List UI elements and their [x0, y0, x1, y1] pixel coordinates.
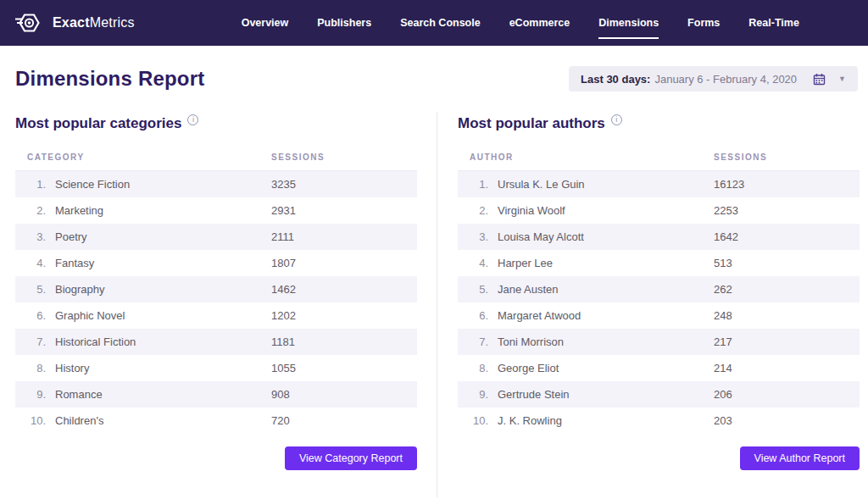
authors-panel-title: Most popular authors	[458, 115, 605, 132]
row-name: Harper Lee	[498, 257, 714, 269]
row-name: Ursula K. Le Guin	[498, 178, 714, 191]
row-rank: 10.	[470, 414, 488, 427]
row-sessions: 2931	[271, 204, 417, 217]
row-rank: 7.	[27, 335, 46, 348]
row-sessions: 2111	[271, 230, 417, 243]
row-rank: 4.	[27, 257, 46, 269]
calendar-icon	[813, 73, 826, 86]
row-sessions: 1807	[271, 257, 417, 269]
row-name: J. K. Rowling	[498, 414, 714, 427]
row-name: Toni Morrison	[498, 335, 714, 348]
row-sessions: 262	[714, 283, 860, 296]
table-row: 9.Romance908	[15, 381, 417, 408]
row-sessions: 203	[714, 414, 860, 427]
date-range-value: January 6 - February 4, 2020	[654, 73, 797, 86]
date-range-label: Last 30 days:	[581, 73, 650, 86]
row-rank: 10.	[27, 414, 46, 427]
row-rank: 8.	[27, 362, 46, 374]
row-rank: 9.	[470, 388, 488, 401]
row-sessions: 1462	[271, 283, 417, 296]
row-sessions: 720	[271, 414, 417, 427]
table-row: 10.J. K. Rowling203	[458, 408, 860, 434]
page-title: Dimensions Report	[15, 67, 204, 91]
row-name: Biography	[55, 283, 271, 296]
nav-item-search-console[interactable]: Search Console	[400, 10, 480, 36]
nav-item-overview[interactable]: Overview	[242, 10, 289, 36]
row-rank: 6.	[27, 309, 46, 322]
nav-item-ecommerce[interactable]: eCommerce	[509, 10, 570, 36]
row-rank: 1.	[470, 178, 488, 191]
nav-item-forms[interactable]: Forms	[687, 10, 720, 36]
row-name: Marketing	[55, 204, 271, 217]
brand-logo[interactable]: ExactMetrics	[14, 8, 135, 38]
table-row: 1.Ursula K. Le Guin16123	[458, 171, 860, 197]
row-rank: 3.	[27, 230, 46, 243]
row-sessions: 908	[271, 388, 417, 401]
row-sessions: 16123	[714, 178, 860, 191]
table-row: 1.Science Fiction3235	[15, 171, 417, 197]
table-row: 10.Children's720	[15, 408, 417, 434]
table-row: 6.Margaret Atwood248	[458, 302, 860, 329]
top-navigation: ExactMetrics Overview Publishers Search …	[0, 0, 868, 46]
table-row: 5.Jane Austen262	[458, 276, 860, 302]
brand-name: ExactMetrics	[53, 15, 135, 30]
row-sessions: 513	[714, 257, 860, 269]
row-rank: 9.	[27, 388, 46, 401]
table-row: 2.Virginia Woolf2253	[458, 197, 860, 224]
row-rank: 6.	[470, 309, 488, 322]
row-name: Poetry	[55, 230, 271, 243]
row-sessions: 2253	[714, 204, 860, 217]
row-rank: 2.	[470, 204, 488, 217]
authors-table-header: AUTHOR SESSIONS	[458, 152, 860, 171]
table-row: 8.History1055	[15, 355, 417, 381]
view-author-report-button[interactable]: View Author Report	[740, 446, 860, 470]
row-name: Children's	[55, 414, 271, 427]
nav-item-publishers[interactable]: Publishers	[317, 10, 371, 36]
row-name: George Eliot	[498, 362, 714, 374]
view-category-report-button[interactable]: View Category Report	[285, 446, 417, 470]
row-rank: 7.	[470, 335, 488, 348]
nav-item-real-time[interactable]: Real-Time	[748, 10, 799, 36]
row-sessions: 3235	[271, 178, 417, 191]
table-row: 2.Marketing2931	[15, 197, 417, 224]
row-sessions: 217	[714, 335, 860, 348]
table-row: 3.Louisa May Alcott1642	[458, 224, 860, 250]
row-name: Louisa May Alcott	[498, 230, 714, 243]
row-name: Jane Austen	[498, 283, 714, 296]
categories-table-body: 1.Science Fiction32352.Marketing29313.Po…	[15, 171, 417, 434]
exactmetrics-logo-icon	[14, 8, 44, 38]
column-header-category: CATEGORY	[27, 152, 271, 162]
row-sessions: 1055	[271, 362, 417, 374]
column-header-author: AUTHOR	[470, 152, 714, 162]
row-name: Margaret Atwood	[498, 309, 714, 322]
info-icon[interactable]: i	[611, 114, 622, 125]
row-name: Gertrude Stein	[498, 388, 714, 401]
row-name: Romance	[55, 388, 271, 401]
row-rank: 1.	[27, 178, 46, 191]
row-rank: 5.	[470, 283, 488, 296]
table-row: 7.Historical Fiction1181	[15, 329, 417, 355]
nav-links: Overview Publishers Search Console eComm…	[242, 10, 799, 36]
column-header-sessions: SESSIONS	[271, 152, 417, 162]
row-rank: 5.	[27, 283, 46, 296]
info-icon[interactable]: i	[187, 114, 198, 125]
row-name: Science Fiction	[55, 178, 271, 191]
row-rank: 3.	[470, 230, 488, 243]
row-sessions: 1181	[271, 335, 417, 348]
row-name: History	[55, 362, 271, 374]
nav-item-dimensions[interactable]: Dimensions	[598, 10, 659, 36]
vertical-divider	[437, 112, 437, 497]
chevron-down-icon: ▼	[838, 75, 846, 83]
date-range-picker[interactable]: Last 30 days: January 6 - February 4, 20…	[569, 66, 858, 91]
row-name: Virginia Woolf	[498, 204, 714, 217]
authors-panel: Most popular authors i AUTHOR SESSIONS 1…	[458, 112, 860, 497]
row-sessions: 214	[714, 362, 860, 374]
table-row: 9.Gertrude Stein206	[458, 381, 860, 408]
page-header: Dimensions Report Last 30 days: January …	[0, 46, 868, 108]
table-row: 5.Biography1462	[15, 276, 417, 302]
row-rank: 2.	[27, 204, 46, 217]
table-row: 4.Fantasy1807	[15, 250, 417, 276]
row-rank: 8.	[470, 362, 488, 374]
categories-table-header: CATEGORY SESSIONS	[15, 152, 417, 171]
row-sessions: 206	[714, 388, 860, 401]
